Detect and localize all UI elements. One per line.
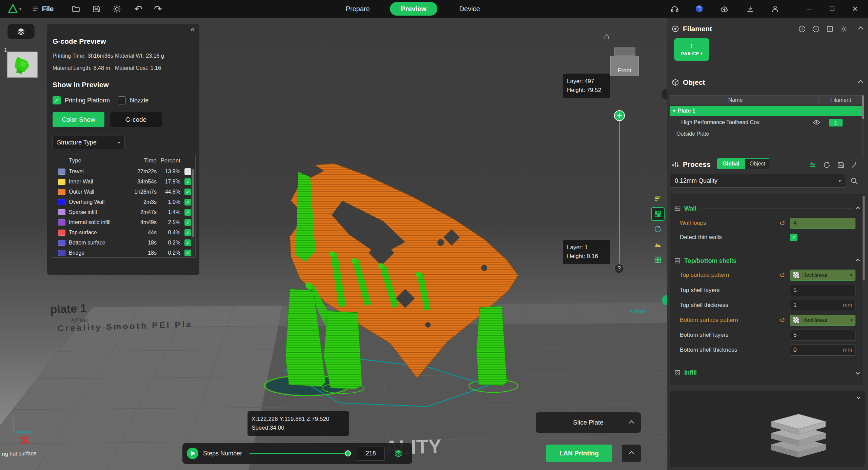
wall-collapse-icon[interactable] [856,207,860,210]
layer-slider[interactable] [619,121,620,265]
redo-button[interactable]: ↷ [151,0,165,18]
bottom-pattern-dropdown[interactable]: Rectilinear ▾ [790,315,855,326]
row-visibility-checkbox[interactable] [184,168,191,175]
layer-slider-handle[interactable]: + [614,110,625,121]
speed-legend-button[interactable] [651,192,665,205]
support-button[interactable] [667,0,682,18]
infill-expand-icon[interactable] [856,371,860,374]
settings-scrollbar[interactable] [863,196,865,383]
color-show-button[interactable]: Color Show [53,112,104,127]
scope-object-button[interactable]: Object [745,159,770,169]
tab-preview[interactable]: Preview [390,2,437,16]
shells-collapse-icon[interactable] [856,259,860,262]
row-visibility-checkbox[interactable]: ✓ [184,239,191,246]
steps-value-input[interactable] [357,447,385,461]
refresh-icon[interactable] [823,161,831,169]
printing-platform-checkbox[interactable]: ✓ [53,96,61,104]
layers-icon[interactable] [394,449,403,458]
table-row[interactable]: Overhang Wall 2m3s 1.0% ✓ [51,197,195,207]
tune-parameters-icon[interactable] [809,161,817,169]
row-visibility-checkbox[interactable]: ✓ [184,250,191,256]
home-view-button[interactable]: ⌂ [604,31,609,42]
table-row[interactable]: Bridge 18s 0.2% ✓ [51,248,195,258]
scrollbar-thumb[interactable] [192,169,194,237]
structure-view-button[interactable] [651,207,665,221]
plate-list-button[interactable] [7,24,35,39]
steps-slider[interactable] [250,453,348,454]
print-options-button[interactable] [622,445,641,462]
reset-icon[interactable]: ↺ [780,317,785,324]
row-visibility-checkbox[interactable]: ✓ [184,219,191,226]
object-row-outside[interactable]: Outside Plate [670,129,863,139]
cloud-library-button[interactable] [692,0,707,18]
magic-wand-icon[interactable] [851,161,859,169]
table-row[interactable]: Sparse infill 2m47s 1.4% ✓ [51,207,195,217]
play-button[interactable] [187,448,198,459]
minimize-button[interactable]: ─ [802,0,816,18]
settings-button[interactable] [109,0,124,18]
close-button[interactable]: × [848,0,863,18]
object-scrollbar[interactable] [862,95,864,158]
slice-plate-button[interactable]: Slice Plate [536,412,641,433]
view-cube-front-face[interactable]: Front [610,56,639,76]
row-visibility-checkbox[interactable]: ✓ [184,178,191,185]
top-layers-input[interactable] [790,285,855,296]
panel-collapse-icon[interactable]: « [191,25,195,34]
preset-dropdown[interactable]: 0.12mm Quality ▾ [670,174,846,188]
table-row[interactable]: Outer Wall 1h28m7s 44.8% ✓ [51,187,195,197]
view-cube-top-face[interactable] [614,47,635,56]
object-filament-badge[interactable]: 1 [829,119,843,126]
add-filament-icon[interactable] [798,25,806,33]
scope-global-button[interactable]: Global [717,159,745,169]
filament-settings-icon[interactable] [840,25,848,33]
lan-printing-button[interactable]: LAN Printing [546,445,612,462]
visibility-eye-icon[interactable] [813,119,820,126]
undo-button[interactable]: ↶ [131,0,146,18]
wall-loops-input[interactable] [790,218,855,229]
tab-prepare[interactable]: Prepare [339,0,376,18]
account-button[interactable] [768,0,783,18]
upload-button[interactable] [717,0,732,18]
structure-type-dropdown[interactable]: Structure Type ▾ [53,136,124,149]
expand-icon[interactable]: ▾ [673,109,675,113]
object-row-toolhead[interactable]: High Performance Toolhead Cov 1 [670,117,863,128]
layout-grid-button[interactable] [651,253,665,267]
gcode-button[interactable]: G-code [110,112,162,127]
shells-section-header[interactable]: Top/bottom shells [670,256,865,266]
save-preset-icon[interactable] [837,161,845,169]
help-button[interactable]: ? [614,264,624,273]
row-visibility-checkbox[interactable]: ✓ [184,189,191,195]
nozzle-checkbox-row[interactable]: Nozzle [118,96,149,104]
plate-thumbnail[interactable] [7,52,38,78]
remove-filament-icon[interactable] [812,25,820,33]
tab-device[interactable]: Device [451,0,488,18]
wall-section-header[interactable]: Wall [670,203,865,214]
app-logo[interactable]: ▾ [5,0,24,18]
filament-slot-1[interactable]: 1 PA6-CF▾ [674,38,709,61]
mountain-view-button[interactable] [651,238,665,251]
edit-filament-icon[interactable] [826,25,834,33]
object-row-plate1[interactable]: ▾ Plate 1 [670,106,863,116]
bottom-layers-input[interactable] [790,330,855,340]
rotate-view-button[interactable] [651,222,665,236]
table-row[interactable]: Inner Wall 34m54s 17.8% ✓ [51,177,195,187]
reset-icon[interactable]: ↺ [780,272,785,278]
save-button[interactable] [89,0,104,18]
table-row[interactable]: Top surface 44s 0.4% ✓ [51,228,195,238]
search-settings-button[interactable] [850,177,859,185]
download-button[interactable] [743,0,757,18]
reset-icon[interactable]: ↺ [780,220,785,227]
detect-thin-walls-checkbox[interactable]: ✓ [790,234,797,241]
table-row[interactable]: Internal solid infill 4m49s 2.5% ✓ [51,217,195,228]
scrollbar-thumb[interactable] [862,95,864,119]
row-visibility-checkbox[interactable]: ✓ [184,199,191,205]
infill-section-header[interactable]: Infill [670,368,865,378]
row-visibility-checkbox[interactable]: ✓ [184,209,191,216]
open-file-button[interactable] [68,0,83,18]
file-menu[interactable]: File [28,0,57,18]
row-visibility-checkbox[interactable]: ✓ [184,229,191,236]
preview-collapse-icon[interactable] [856,395,860,399]
scrollbar-thumb[interactable] [863,196,865,280]
nozzle-checkbox[interactable] [118,96,126,104]
table-row[interactable]: Travel 27m22s 13.9% [51,167,195,177]
